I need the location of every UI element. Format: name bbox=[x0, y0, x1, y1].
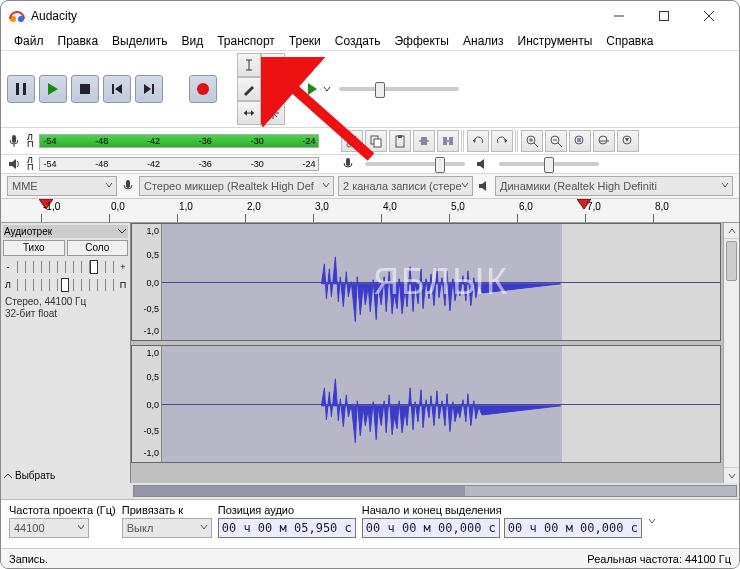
svg-point-14 bbox=[197, 83, 209, 95]
timeshift-tool[interactable] bbox=[237, 101, 261, 125]
svg-rect-9 bbox=[80, 84, 90, 94]
minimize-button[interactable] bbox=[596, 1, 641, 31]
transport-toolbar bbox=[1, 51, 739, 128]
snap-combo[interactable]: Выкл bbox=[122, 518, 212, 538]
playback-volume-slider[interactable] bbox=[499, 162, 599, 166]
silence-icon[interactable] bbox=[437, 130, 459, 152]
svg-line-55 bbox=[558, 143, 562, 147]
menu-generate[interactable]: Создать bbox=[328, 32, 388, 50]
svg-marker-26 bbox=[251, 110, 254, 116]
pan-slider[interactable] bbox=[17, 279, 114, 291]
zoom-in-icon[interactable] bbox=[521, 130, 543, 152]
waveform-svg bbox=[162, 224, 720, 344]
undo-icon[interactable] bbox=[467, 130, 489, 152]
timeline-ruler[interactable]: -1,00,01,02,03,04,05,06,07,08,0 bbox=[1, 199, 739, 223]
rec-LR-label: ЛП bbox=[27, 134, 33, 148]
playback-device-combo[interactable]: Динамики (Realtek High Definiti bbox=[495, 176, 733, 196]
edit-icons bbox=[341, 130, 639, 152]
menu-file[interactable]: Файл bbox=[7, 32, 51, 50]
zoom-out-icon[interactable] bbox=[545, 130, 567, 152]
play-at-speed-icon[interactable] bbox=[307, 83, 319, 95]
scrollbar-thumb[interactable] bbox=[134, 486, 465, 496]
zoom-toggle-icon[interactable] bbox=[617, 130, 639, 152]
multi-tool[interactable] bbox=[261, 101, 285, 125]
close-button[interactable] bbox=[686, 1, 731, 31]
track-select-button[interactable]: Выбрать bbox=[3, 470, 55, 481]
zoom-sel-icon[interactable] bbox=[569, 130, 591, 152]
fit-project-icon[interactable] bbox=[593, 130, 615, 152]
menu-help[interactable]: Справка bbox=[599, 32, 660, 50]
horizontal-scrollbar[interactable] bbox=[1, 483, 739, 499]
play-button[interactable] bbox=[39, 75, 67, 103]
audio-host-combo[interactable]: MME bbox=[7, 176, 117, 196]
svg-rect-3 bbox=[659, 12, 668, 21]
pause-button[interactable] bbox=[7, 75, 35, 103]
skip-start-button[interactable] bbox=[103, 75, 131, 103]
speaker-icon bbox=[7, 157, 21, 171]
project-rate-combo[interactable]: 44100 bbox=[9, 518, 89, 538]
vertical-scrollbar[interactable] bbox=[723, 223, 739, 483]
menu-edit[interactable]: Правка bbox=[51, 32, 106, 50]
menu-select[interactable]: Выделить bbox=[105, 32, 174, 50]
track-menu-chevron-icon[interactable] bbox=[117, 226, 127, 236]
menu-tracks[interactable]: Треки bbox=[282, 32, 328, 50]
recording-device-combo[interactable]: Стерео микшер (Realtek High Def bbox=[139, 176, 334, 196]
waveform-channel-left[interactable]: 1,0 0,5 0,0 -0,5 -1,0 ЯБЛЫК bbox=[131, 223, 721, 341]
selection-start-readout[interactable]: 00 ч 00 м 00,000 с bbox=[362, 518, 500, 538]
chevron-down-icon[interactable] bbox=[323, 85, 331, 93]
audio-position-readout[interactable]: 00 ч 00 м 05,950 с bbox=[218, 518, 356, 538]
waveform-channel-right[interactable]: 1,0 0,5 0,0 -0,5 -1,0 bbox=[131, 345, 721, 463]
svg-line-51 bbox=[534, 143, 538, 147]
chevron-down-icon bbox=[200, 523, 208, 531]
status-right: Реальная частота: 44100 Гц bbox=[587, 553, 731, 565]
speaker-icon bbox=[477, 179, 491, 193]
svg-rect-7 bbox=[23, 83, 26, 95]
scrollbar-thumb[interactable] bbox=[726, 241, 737, 281]
svg-rect-66 bbox=[126, 180, 130, 188]
paste-icon[interactable] bbox=[389, 130, 411, 152]
menu-transport[interactable]: Транспорт bbox=[210, 32, 282, 50]
svg-rect-32 bbox=[12, 135, 16, 143]
svg-marker-63 bbox=[9, 159, 16, 169]
recording-channels-combo[interactable]: 2 канала записи (стере bbox=[338, 176, 473, 196]
svg-rect-46 bbox=[449, 137, 453, 145]
recording-meter-row: ЛП -54-48-42-36-30-24 bbox=[1, 128, 739, 155]
menu-tools[interactable]: Инструменты bbox=[511, 32, 600, 50]
menu-view[interactable]: Вид bbox=[174, 32, 210, 50]
playback-speed-slider[interactable] bbox=[339, 87, 459, 91]
redo-icon[interactable] bbox=[491, 130, 513, 152]
waveform-area[interactable]: 1,0 0,5 0,0 -0,5 -1,0 ЯБЛЫК 1,0 bbox=[131, 223, 739, 483]
mute-button[interactable]: Тихо bbox=[3, 240, 65, 256]
envelope-tool[interactable] bbox=[261, 53, 285, 77]
copy-icon[interactable] bbox=[365, 130, 387, 152]
scroll-down-icon[interactable] bbox=[724, 467, 739, 483]
recording-meter[interactable]: -54-48-42-36-30-24 bbox=[39, 134, 319, 148]
stop-button[interactable] bbox=[71, 75, 99, 103]
menu-analyze[interactable]: Анализ bbox=[456, 32, 511, 50]
svg-rect-64 bbox=[346, 158, 350, 166]
svg-line-36 bbox=[349, 136, 356, 145]
amplitude-axis: 1,0 0,5 0,0 -0,5 -1,0 bbox=[132, 224, 162, 340]
chevron-down-icon[interactable] bbox=[648, 517, 656, 525]
trim-icon[interactable] bbox=[413, 130, 435, 152]
menubar: Файл Правка Выделить Вид Транспорт Треки… bbox=[1, 31, 739, 51]
maximize-button[interactable] bbox=[641, 1, 686, 31]
playback-meter[interactable]: -54-48-42-36-30-24 bbox=[39, 157, 319, 171]
record-button[interactable] bbox=[189, 75, 217, 103]
mic-icon-small bbox=[341, 157, 355, 171]
waveform-svg bbox=[162, 346, 720, 466]
recording-volume-slider[interactable] bbox=[365, 162, 465, 166]
selection-end-readout[interactable]: 00 ч 00 м 00,000 с bbox=[504, 518, 642, 538]
menu-effects[interactable]: Эффекты bbox=[387, 32, 456, 50]
skip-end-button[interactable] bbox=[135, 75, 163, 103]
track-info: Стерео, 44100 Гц 32-бит float bbox=[3, 294, 128, 322]
track-name[interactable]: Аудиотрек bbox=[4, 226, 115, 237]
zoom-tool[interactable] bbox=[261, 77, 285, 101]
scroll-up-icon[interactable] bbox=[724, 223, 739, 239]
cut-icon[interactable] bbox=[341, 130, 363, 152]
solo-button[interactable]: Соло bbox=[67, 240, 129, 256]
svg-marker-62 bbox=[625, 138, 629, 142]
gain-slider[interactable] bbox=[17, 261, 114, 273]
draw-tool[interactable] bbox=[237, 77, 261, 101]
selection-tool[interactable] bbox=[237, 53, 261, 77]
